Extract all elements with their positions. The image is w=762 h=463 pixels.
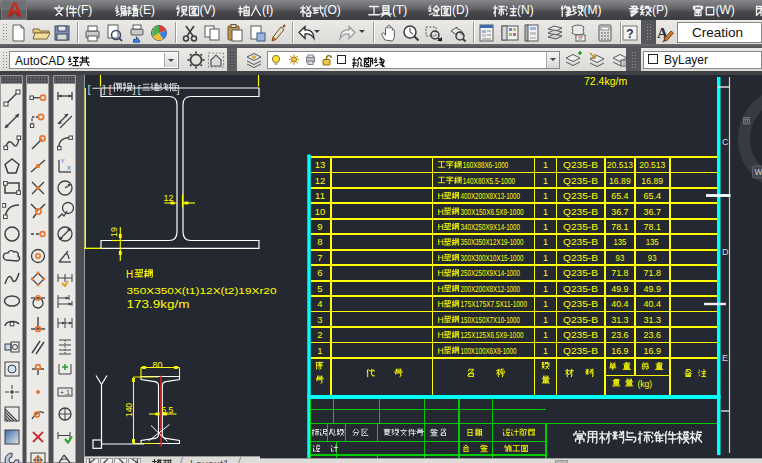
svg-text:250X250X9X14-1000: 250X250X9X14-1000 [461,268,521,278]
svg-text:150X150X7X10-1000: 150X150X7X10-1000 [461,315,521,325]
svg-text:80: 80 [153,360,163,370]
svg-text:H: H [438,237,444,247]
svg-text:H: H [438,315,444,325]
svg-text:140X80X5.5-1000: 140X80X5.5-1000 [463,176,516,186]
svg-text:300X150X6.5X9-1000: 300X150X6.5X9-1000 [461,207,524,217]
svg-text:Q235-B: Q235-B [563,299,598,309]
svg-text:135: 135 [613,237,626,247]
svg-text:X: X [67,164,71,170]
svg-text:Q235-B: Q235-B [563,176,598,186]
svg-text:78.1: 78.1 [611,222,628,232]
svg-text:19: 19 [109,227,119,237]
svg-text:1: 1 [543,160,548,170]
svg-text:16.9: 16.9 [644,346,661,356]
svg-text:36.7: 36.7 [644,207,661,217]
svg-text:160X88X6-1000: 160X88X6-1000 [463,160,509,170]
svg-text:H: H [438,191,444,201]
svg-text:H: H [438,284,444,294]
svg-text:71.8: 71.8 [644,268,661,278]
svg-text:H: H [126,269,133,280]
svg-text:16.89: 16.89 [609,176,631,186]
svg-text:]: ] [177,83,180,95]
svg-text:36.7: 36.7 [611,207,628,217]
svg-text:140: 140 [124,403,134,417]
svg-text:173.9kg/m: 173.9kg/m [127,298,190,310]
svg-text:7: 7 [317,252,322,263]
svg-text:175X175X7.5X11-1000: 175X175X7.5X11-1000 [461,299,528,309]
svg-text:350X350X(t1)12X(t2)19Xr20: 350X350X(t1)12X(t2)19Xr20 [127,285,278,296]
svg-text:23.6: 23.6 [644,330,661,340]
svg-text:13: 13 [315,159,326,170]
svg-text:H: H [438,330,444,340]
svg-text:93: 93 [648,253,657,263]
svg-text:12: 12 [164,193,174,203]
svg-text:1: 1 [543,237,548,247]
svg-text:Q235-B: Q235-B [563,315,598,325]
svg-text:Q235-B: Q235-B [563,222,598,232]
svg-text:2: 2 [317,329,322,340]
svg-text:78.1: 78.1 [644,222,661,232]
svg-text:93: 93 [616,253,625,263]
svg-text:1: 1 [543,284,548,294]
svg-text:9: 9 [317,221,322,232]
svg-text:[: [ [109,83,113,95]
svg-text:135: 135 [646,237,659,247]
svg-text:65.4: 65.4 [611,191,628,201]
svg-text:H: H [438,253,444,263]
svg-text:31.3: 31.3 [611,315,628,325]
svg-text:H: H [438,299,444,309]
svg-text:(kg): (kg) [638,379,653,389]
svg-text:11: 11 [315,190,325,201]
svg-text:125X125X6.5X9-1000: 125X125X6.5X9-1000 [461,330,524,340]
svg-text:?: ? [626,26,633,40]
svg-text:]: ] [103,83,106,95]
svg-text:1: 1 [543,315,548,325]
svg-text:49.9: 49.9 [644,284,661,294]
svg-text:Q235-B: Q235-B [563,268,598,278]
svg-text:1: 1 [543,346,548,356]
svg-text:]: ] [133,83,136,95]
svg-text:350X350X12X19-1000: 350X350X12X19-1000 [461,237,524,247]
svg-text:16.9: 16.9 [611,346,628,356]
svg-text:340X250X9X14-1000: 340X250X9X14-1000 [461,222,521,232]
svg-text:300X300X10X15-1000: 300X300X10X15-1000 [461,253,524,263]
svg-text:200X200X8X12-1000: 200X200X8X12-1000 [461,284,521,294]
svg-text:1: 1 [543,176,548,186]
svg-text:16.89: 16.89 [641,176,663,186]
svg-text:H: H [438,207,444,217]
svg-text:400X200X8X13-1000: 400X200X8X13-1000 [461,191,521,201]
svg-text:5: 5 [317,283,322,294]
svg-text:[: [ [138,83,142,95]
svg-text:1: 1 [317,345,322,356]
svg-text:D: D [722,247,729,257]
svg-text:C: C [722,137,729,147]
svg-text:W: W [755,167,762,177]
svg-text:1: 1 [543,191,548,201]
svg-text:40.4: 40.4 [644,299,661,309]
svg-text:12: 12 [315,175,326,186]
svg-text:6: 6 [317,267,322,278]
svg-text:100X100X6X8-1000: 100X100X6X8-1000 [461,346,517,356]
svg-text:1: 1 [543,207,548,217]
svg-text:71.8: 71.8 [611,268,628,278]
svg-text:23.6: 23.6 [611,330,628,340]
svg-text:1: 1 [543,268,548,278]
svg-text:1: 1 [543,330,548,340]
svg-text:1: 1 [543,222,548,232]
svg-text:10: 10 [315,206,326,217]
svg-text:H: H [438,222,444,232]
svg-text:Q235-B: Q235-B [563,207,598,217]
svg-text:Q235-B: Q235-B [563,284,598,294]
svg-text:Q235-B: Q235-B [563,330,598,340]
svg-text:+.1: +.1 [60,388,70,395]
svg-text:49.9: 49.9 [611,284,628,294]
svg-text:40.4: 40.4 [611,299,628,309]
svg-text:31.3: 31.3 [644,315,661,325]
svg-text:8: 8 [317,236,322,247]
svg-text:1: 1 [543,299,548,309]
svg-text:65.4: 65.4 [644,191,661,201]
svg-text:20.513: 20.513 [639,160,665,170]
svg-text:72.4kg/m: 72.4kg/m [584,75,627,87]
svg-text:1: 1 [543,253,548,263]
svg-text:Q235-B: Q235-B [563,191,598,201]
